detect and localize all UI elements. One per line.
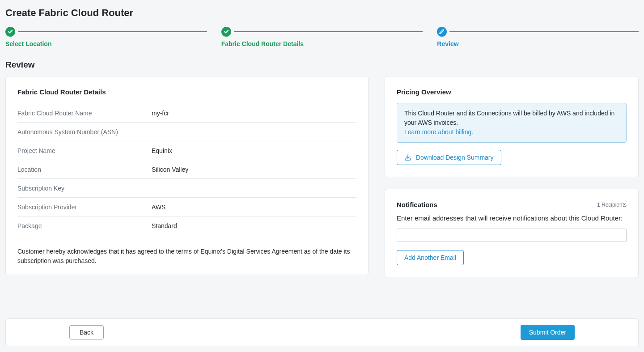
notifications-description: Enter email addresses that will receive … [397, 213, 627, 223]
pricing-card: Pricing Overview This Cloud Router and i… [385, 76, 639, 177]
step-label: Review [437, 40, 639, 47]
add-another-email-button[interactable]: Add Another Email [397, 250, 464, 265]
details-card: Fabric Cloud Router Details Fabric Cloud… [5, 76, 369, 275]
check-icon [221, 27, 231, 37]
stepper: Select Location Fabric Cloud Router Deta… [5, 27, 639, 47]
pricing-heading: Pricing Overview [397, 88, 627, 96]
step-label: Fabric Cloud Router Details [221, 40, 423, 47]
notifications-heading: Notifications [397, 201, 437, 208]
detail-value: Equinix [152, 147, 356, 154]
add-email-label: Add Another Email [404, 254, 456, 261]
step-label: Select Location [5, 40, 207, 47]
detail-value: AWS [152, 204, 356, 211]
notifications-card: Notifications 1 Recipients Enter email a… [385, 189, 639, 277]
detail-key: Autonomous System Number (ASN) [17, 128, 152, 136]
step-fcr-details: Fabric Cloud Router Details [221, 27, 423, 47]
detail-value: Standard [152, 222, 356, 229]
detail-key: Subscription Key [17, 185, 152, 192]
recipients-count: 1 Recipients [597, 202, 627, 208]
page-title: Create Fabric Cloud Router [5, 7, 639, 19]
detail-row-subkey: Subscription Key [17, 179, 356, 198]
detail-row-name: Fabric Cloud Router Name my-fcr [17, 104, 356, 123]
submit-order-button[interactable]: Submit Order [521, 325, 575, 340]
details-heading: Fabric Cloud Router Details [17, 88, 356, 96]
detail-row-asn: Autonomous System Number (ASN) [17, 123, 356, 141]
section-title: Review [5, 60, 639, 70]
download-icon [404, 154, 411, 161]
download-label: Download Design Summary [416, 154, 494, 161]
footer-bar: Back Submit Order [5, 318, 639, 346]
billing-info-text: This Cloud Router and its Connections wi… [404, 110, 614, 126]
detail-value: my-fcr [152, 110, 356, 117]
pencil-icon [437, 27, 447, 37]
detail-row-location: Location Silicon Valley [17, 160, 356, 179]
notification-email-input[interactable] [397, 229, 627, 242]
check-icon [5, 27, 15, 37]
detail-key: Location [17, 166, 152, 173]
detail-row-subprovider: Subscription Provider AWS [17, 198, 356, 216]
download-design-summary-button[interactable]: Download Design Summary [397, 150, 501, 165]
detail-row-project: Project Name Equinix [17, 141, 356, 160]
detail-value: Silicon Valley [152, 166, 356, 173]
detail-key: Package [17, 222, 152, 229]
acknowledgement-text: Customer hereby acknowledges that it has… [17, 247, 356, 266]
billing-info-link[interactable]: Learn more about billing. [404, 128, 473, 136]
detail-key: Subscription Provider [17, 204, 152, 211]
step-select-location: Select Location [5, 27, 207, 47]
detail-key: Project Name [17, 147, 152, 154]
billing-info-box: This Cloud Router and its Connections wi… [397, 103, 627, 143]
detail-key: Fabric Cloud Router Name [17, 110, 152, 117]
step-review: Review [437, 27, 639, 47]
detail-row-package: Package Standard [17, 216, 356, 235]
back-button[interactable]: Back [69, 325, 104, 339]
